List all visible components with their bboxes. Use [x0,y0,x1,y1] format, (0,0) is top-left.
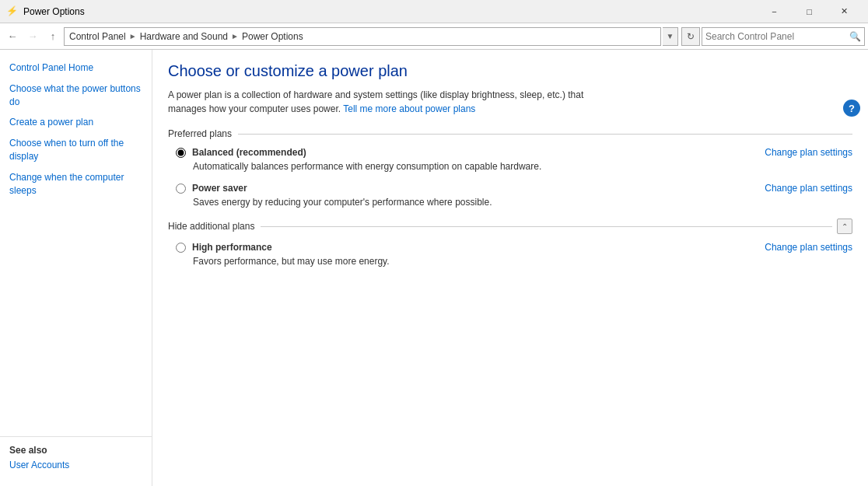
change-plan-link-balanced[interactable]: Change plan settings [765,147,852,158]
sidebar-item-control-panel-home[interactable]: Control Panel Home [0,58,152,79]
plan-item-high-performance: High performance Change plan settings Fa… [168,242,852,267]
back-button[interactable]: ← [3,27,22,46]
search-box: 🔍 [702,27,865,46]
plan-header-power-saver: Power saver Change plan settings [176,183,852,194]
title-bar-text: Power Options [23,6,757,17]
sidebar-item-create-power-plan[interactable]: Create a power plan [0,112,152,133]
main-area: Control Panel Home Choose what the power… [0,50,868,486]
preferred-plans-divider [238,134,852,135]
additional-plans-header: Hide additional plans ⌃ [168,219,852,234]
window-controls: − □ ✕ [757,0,862,23]
content-area: Choose or customize a power plan A power… [152,50,868,486]
additional-plans-section: Hide additional plans ⌃ High performance… [168,219,852,267]
sidebar-see-also: See also User Accounts [0,436,152,478]
change-plan-link-high-performance[interactable]: Change plan settings [765,242,852,253]
breadcrumb-power-options[interactable]: Power Options [242,31,303,42]
breadcrumb-hardware-sound[interactable]: Hardware and Sound [140,31,228,42]
page-title: Choose or customize a power plan [168,62,852,80]
plan-label-row-power-saver: Power saver [176,183,247,194]
additional-plans-divider [261,226,832,227]
hide-additional-label: Hide additional plans [168,221,254,232]
preferred-plans-section: Preferred plans Balanced (recommended) C… [168,128,852,208]
plan-header-balanced: Balanced (recommended) Change plan setti… [176,147,852,158]
plan-radio-power-saver[interactable] [176,184,186,194]
plan-description-balanced: Automatically balances performance with … [176,161,852,172]
address-bar: ← → ↑ Control Panel ► Hardware and Sound… [0,23,868,50]
breadcrumb-arrow-1: ► [129,32,137,40]
address-field[interactable]: Control Panel ► Hardware and Sound ► Pow… [64,27,661,46]
learn-more-link[interactable]: Tell me more about power plans [343,103,475,114]
up-button[interactable]: ↑ [44,27,62,46]
preferred-plans-header: Preferred plans [168,128,852,139]
plan-name-balanced: Balanced (recommended) [192,147,306,158]
plan-item-power-saver: Power saver Change plan settings Saves e… [168,183,852,208]
breadcrumb-control-panel[interactable]: Control Panel [69,31,126,42]
plan-item-balanced: Balanced (recommended) Change plan setti… [168,147,852,172]
plan-description-power-saver: Saves energy by reducing your computer's… [176,197,852,208]
sidebar-item-power-buttons[interactable]: Choose what the power buttons do [0,79,152,113]
plan-name-power-saver: Power saver [192,183,247,194]
app-icon: ⚡ [6,5,19,18]
plan-radio-high-performance[interactable] [176,243,186,253]
refresh-button[interactable]: ↻ [681,27,700,46]
sidebar-item-computer-sleeps[interactable]: Change when the computer sleeps [0,167,152,201]
sidebar-item-turn-off-display[interactable]: Choose when to turn off the display [0,133,152,167]
close-button[interactable]: ✕ [827,0,862,23]
sidebar-nav: Control Panel Home Choose what the power… [0,58,152,428]
plan-label-row-high-performance: High performance [176,242,272,253]
breadcrumb-arrow-2: ► [231,32,239,40]
preferred-plans-label: Preferred plans [168,128,232,139]
breadcrumb: Control Panel ► Hardware and Sound ► Pow… [69,31,303,42]
see-also-label: See also [9,445,142,456]
plan-header-high-performance: High performance Change plan settings [176,242,852,253]
minimize-button[interactable]: − [757,0,792,23]
address-dropdown[interactable]: ▼ [663,27,678,46]
plan-description-high-performance: Favors performance, but may use more ene… [176,256,852,267]
collapse-button[interactable]: ⌃ [837,219,852,234]
page-description: A power plan is a collection of hardware… [168,88,619,116]
sidebar: Control Panel Home Choose what the power… [0,50,152,486]
sidebar-user-accounts[interactable]: User Accounts [9,460,142,470]
maximize-button[interactable]: □ [792,0,827,23]
title-bar: ⚡ Power Options − □ ✕ [0,0,868,23]
change-plan-link-power-saver[interactable]: Change plan settings [765,183,852,194]
content-wrapper: Choose or customize a power plan A power… [152,50,868,486]
search-icon: 🔍 [849,31,861,42]
plan-name-high-performance: High performance [192,242,272,253]
help-button[interactable]: ? [843,100,860,117]
plan-radio-balanced[interactable] [176,148,186,158]
forward-button[interactable]: → [23,27,42,46]
plan-label-row-balanced: Balanced (recommended) [176,147,306,158]
search-input[interactable] [705,31,849,42]
